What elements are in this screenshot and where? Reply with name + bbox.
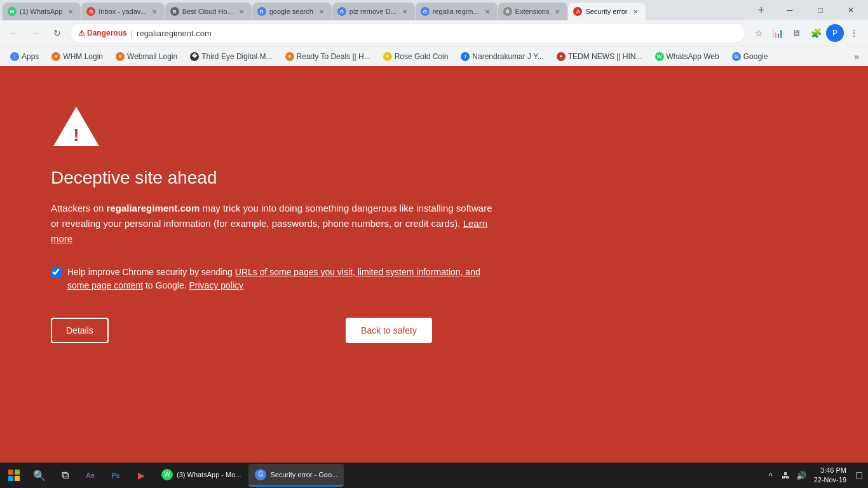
warning-triangle-icon: !: [51, 104, 102, 149]
bookmark-label: WHM Login: [63, 52, 103, 61]
notification-button[interactable]: □: [853, 464, 865, 487]
tab-close[interactable]: ✕: [149, 6, 159, 17]
bookmark-label: Third Eye Digital M...: [201, 52, 272, 61]
tab-tab7[interactable]: ⚙Extensions✕: [498, 3, 568, 20]
dangerous-label: ⚠ Dangerous: [78, 29, 127, 37]
tab-tab6[interactable]: Gregalia regim...✕: [416, 3, 498, 20]
bookmark-item[interactable]: ♦Webmail Login: [111, 50, 182, 63]
tray-up-icon[interactable]: ^: [764, 469, 777, 482]
tab-close[interactable]: ✕: [316, 6, 327, 17]
tab-close[interactable]: ✕: [630, 6, 641, 17]
back-button[interactable]: ←: [5, 24, 23, 42]
tab-label: Extensions: [515, 8, 550, 15]
menu-button[interactable]: ⋮: [845, 24, 863, 42]
tab-close[interactable]: ✕: [65, 6, 76, 17]
tab-label: Inbox - yadav...: [98, 8, 146, 15]
url-separator: |: [131, 29, 133, 38]
tab-favicon: G: [337, 7, 346, 16]
url-text: regaliaregiment.com: [137, 29, 212, 38]
buttons-row: Details Back to safety: [51, 318, 432, 343]
bookmark-label: Narendrakumar J Y...: [472, 52, 543, 61]
checkbox-label: Help improve Chrome security by sending …: [67, 266, 496, 292]
tab-close[interactable]: ✕: [236, 6, 247, 17]
profile-button[interactable]: P: [826, 24, 844, 42]
bookmark-button[interactable]: ☆: [750, 24, 768, 42]
bookmark-favicon: W: [655, 52, 664, 61]
bookmark-item[interactable]: ♦WHM Login: [46, 50, 108, 63]
close-button[interactable]: ✕: [836, 0, 865, 20]
details-button[interactable]: Details: [51, 318, 109, 343]
svg-rect-3: [15, 470, 20, 475]
minimize-button[interactable]: ─: [775, 0, 804, 20]
tab-label: (1) WhatsApp: [20, 8, 62, 15]
bookmark-item[interactable]: ⋮Apps: [5, 50, 44, 63]
taskbar-running-app[interactable]: W(3) WhatsApp - Mo...: [155, 464, 247, 487]
main-content: ! Deceptive site ahead Attackers on rega…: [0, 66, 868, 463]
bookmark-favicon: G: [732, 52, 741, 61]
media-button[interactable]: ▶: [130, 464, 153, 487]
bookmark-label: WhatsApp Web: [667, 52, 719, 61]
checkbox-text-post: to Google.: [143, 280, 187, 290]
new-tab-button[interactable]: +: [752, 1, 770, 19]
bookmark-item[interactable]: ●Ready To Deals || H...: [280, 50, 376, 63]
ps-button[interactable]: Ps: [104, 464, 127, 487]
bookmark-label: TEDM NEWS || HIN...: [568, 52, 642, 61]
search-button[interactable]: 🔍: [28, 464, 51, 487]
system-tray: ^ 🖧 🔊 3:46 PM 22-Nov-19 □: [764, 464, 865, 487]
tab-label: Best Cloud Ho...: [182, 8, 233, 15]
title-bar: W(1) WhatsApp✕GInbox - yadav...✕BBest Cl…: [0, 0, 868, 20]
bookmark-favicon: ●: [285, 52, 294, 61]
task-view-button[interactable]: ⧉: [53, 464, 76, 487]
bookmarks-more[interactable]: »: [850, 50, 863, 64]
url-bar[interactable]: ⚠ Dangerous | regaliaregiment.com: [70, 23, 746, 43]
tab-favicon: B: [170, 7, 179, 16]
running-app-label: Security error - Goo...: [270, 471, 337, 478]
bookmark-item[interactable]: ●Rose Gold Coin: [378, 50, 454, 63]
forward-button[interactable]: →: [27, 24, 44, 42]
maximize-button[interactable]: □: [806, 0, 835, 20]
start-button[interactable]: [3, 464, 25, 487]
tab-close[interactable]: ✕: [400, 6, 410, 17]
bookmark-favicon: ♦: [116, 52, 125, 61]
improve-chrome-checkbox[interactable]: [51, 267, 61, 277]
error-body: Attackers on regaliaregiment.com may tri…: [51, 201, 496, 247]
error-title: Deceptive site ahead: [51, 168, 496, 188]
stats-icon[interactable]: 📊: [769, 24, 787, 42]
network-icon[interactable]: 🖧: [780, 469, 792, 482]
volume-icon[interactable]: 🔊: [795, 469, 808, 482]
refresh-button[interactable]: ↻: [48, 24, 66, 42]
tab-label: Security error: [585, 8, 627, 15]
bookmark-item[interactable]: fNarendrakumar J Y...: [456, 50, 548, 63]
running-apps: W(3) WhatsApp - Mo...GSecurity error - G…: [155, 464, 344, 487]
cast-icon[interactable]: 🖥: [788, 24, 806, 42]
privacy-policy-link[interactable]: Privacy policy: [189, 280, 243, 290]
extensions-icon[interactable]: 🧩: [807, 24, 825, 42]
tab-tab2[interactable]: GInbox - yadav...✕: [81, 3, 164, 20]
bookmark-label: Webmail Login: [127, 52, 177, 61]
bookmark-item[interactable]: �Third Eye Digital M...: [185, 50, 277, 63]
bookmark-item[interactable]: GGoogle: [727, 50, 773, 63]
ae-button[interactable]: Ae: [79, 464, 102, 487]
svg-rect-4: [8, 476, 13, 481]
tab-tab8[interactable]: ⚠Security error✕: [568, 3, 646, 20]
checkbox-text-pre: Help improve Chrome security by sending: [67, 267, 235, 277]
bookmark-item[interactable]: WWhatsApp Web: [650, 50, 724, 63]
back-to-safety-button[interactable]: Back to safety: [346, 318, 432, 343]
tab-tab3[interactable]: BBest Cloud Ho...✕: [165, 3, 252, 20]
system-clock[interactable]: 3:46 PM 22-Nov-19: [810, 466, 850, 485]
tab-tab1[interactable]: W(1) WhatsApp✕: [3, 3, 81, 20]
tab-tab4[interactable]: Ggoogle search✕: [252, 3, 332, 20]
tab-close[interactable]: ✕: [482, 6, 492, 17]
tab-label: plz remove D...: [349, 8, 397, 15]
bookmark-favicon: ⋮: [10, 52, 19, 61]
svg-rect-2: [8, 470, 13, 475]
tab-label: regalia regim...: [433, 8, 479, 15]
error-site: regaliaregiment.com: [107, 203, 200, 214]
bookmark-favicon: �: [190, 52, 199, 61]
tab-tab5[interactable]: Gplz remove D...✕: [332, 3, 415, 20]
tab-favicon: G: [86, 7, 95, 16]
bookmark-item[interactable]: ●TEDM NEWS || HIN...: [552, 50, 648, 63]
taskbar-running-app[interactable]: GSecurity error - Goo...: [248, 464, 344, 487]
tab-close[interactable]: ✕: [552, 6, 562, 17]
bookmark-favicon: ●: [383, 52, 392, 61]
